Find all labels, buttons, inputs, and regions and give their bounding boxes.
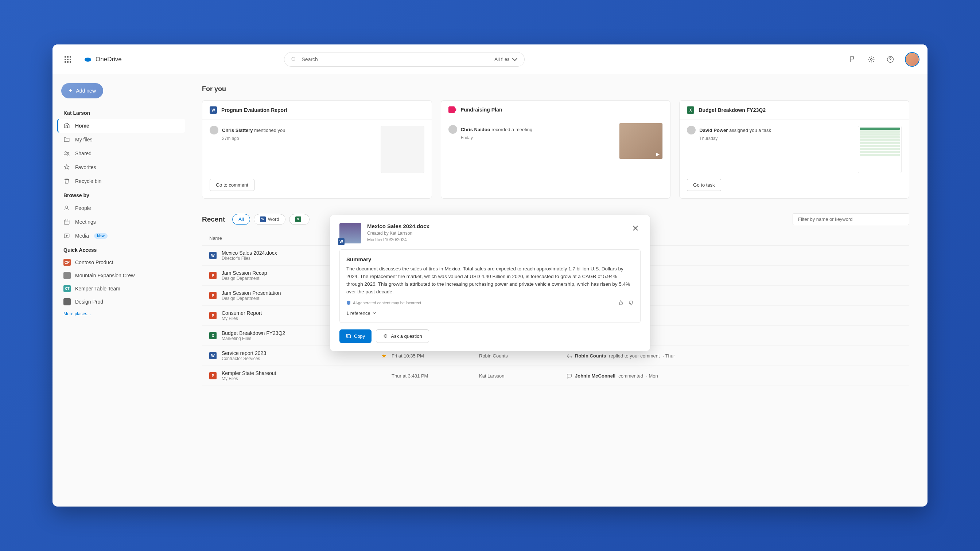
nav-item-home[interactable]: Home xyxy=(57,119,185,133)
card-header: Fundraising Plan xyxy=(441,100,670,119)
search-scope-label: All files xyxy=(495,57,509,62)
ppt-icon: P xyxy=(209,312,216,319)
file-location: Design Department xyxy=(222,296,281,301)
close-button[interactable] xyxy=(630,223,641,233)
nav-item-recycle-bin[interactable]: Recycle bin xyxy=(58,174,185,188)
file-date: Fri at 10:35 PM xyxy=(391,353,479,359)
file-name: Jam Session Recap xyxy=(222,270,267,276)
references-toggle[interactable]: 1 reference xyxy=(346,310,634,316)
quick-access-item[interactable]: CPContoso Product xyxy=(58,256,185,269)
star-icon[interactable]: ★ xyxy=(381,353,387,359)
feedback-buttons xyxy=(618,300,634,305)
shield-icon xyxy=(346,301,351,305)
plus-icon: + xyxy=(68,87,73,95)
quick-access-item[interactable]: Mountain Expansion Crew xyxy=(58,269,185,282)
qa-label: Design Prod xyxy=(75,299,103,305)
file-location: Marketing Files xyxy=(222,336,285,341)
summary-popup: Mexico Sales 2024.docx Created by Kat La… xyxy=(329,214,651,351)
file-activity: Johnie McConnellcommented · Mon xyxy=(566,373,902,379)
for-you-card[interactable]: Fundraising PlanChris Naidoo recorded a … xyxy=(441,100,671,198)
card-action-button[interactable]: Go to task xyxy=(687,179,721,191)
help-icon[interactable] xyxy=(887,56,894,63)
app-launcher-icon[interactable] xyxy=(61,53,75,66)
search-bar[interactable]: All files xyxy=(284,52,525,67)
user-avatar[interactable] xyxy=(905,53,919,66)
card-title: Program Evaluation Report xyxy=(221,107,287,113)
card-title: Fundraising Plan xyxy=(461,107,503,113)
quick-access-item[interactable]: KTKemper Table Team xyxy=(58,282,185,295)
file-location: My Files xyxy=(222,316,262,321)
thumbs-down-icon[interactable] xyxy=(628,300,634,305)
file-name: Kempler State Shareout xyxy=(222,370,276,376)
activity-time: · Mon xyxy=(646,373,658,379)
activity-time: · Thur xyxy=(663,353,675,359)
pill-label: All xyxy=(239,216,243,222)
pill-label: Word xyxy=(268,216,279,222)
copy-label: Copy xyxy=(354,333,365,339)
add-new-button[interactable]: + Add new xyxy=(61,83,103,98)
browse-by-label: Browse by xyxy=(58,192,185,198)
popup-title-group: Mexico Sales 2024.docx Created by Kat La… xyxy=(367,223,625,243)
more-places-link[interactable]: More places... xyxy=(58,308,185,319)
qa-label: Kemper Table Team xyxy=(75,286,120,292)
excel-icon: X xyxy=(687,106,694,114)
search-scope-dropdown[interactable]: All files xyxy=(495,57,517,62)
browse-item-meetings[interactable]: Meetings xyxy=(58,215,185,229)
nav-item-my-files[interactable]: My files xyxy=(58,133,185,146)
card-body: Chris Naidoo recorded a meetingFriday xyxy=(441,119,670,198)
nav-label: Home xyxy=(75,123,89,129)
ask-question-button[interactable]: Ask a question xyxy=(376,329,429,343)
team-icon xyxy=(64,272,71,279)
filter-pill-All[interactable]: All xyxy=(232,214,250,225)
popup-file-thumbnail xyxy=(339,223,361,243)
copy-button[interactable]: Copy xyxy=(339,329,372,343)
file-owner: Robin Counts xyxy=(479,353,566,359)
settings-icon[interactable] xyxy=(868,56,875,63)
popup-body: Summary The document discusses the sales… xyxy=(339,249,641,323)
brand: OneDrive xyxy=(84,56,122,63)
quick-access-label: Quick Access xyxy=(58,247,185,253)
video-thumbnail xyxy=(619,123,663,159)
quick-access-list: CPContoso ProductMountain Expansion Crew… xyxy=(58,256,185,308)
browse-item-media[interactable]: MediaNew xyxy=(58,229,185,243)
close-icon xyxy=(633,225,638,231)
filter-pill-excel[interactable]: X xyxy=(289,214,310,225)
file-date: Thur at 3:481 PM xyxy=(391,373,479,379)
browse-label: Meetings xyxy=(75,219,96,225)
flag-icon[interactable] xyxy=(849,56,856,63)
card-time: 27m ago xyxy=(222,136,375,141)
filter-pill-Word[interactable]: WWord xyxy=(254,214,285,225)
svg-point-0 xyxy=(292,57,295,60)
comment-icon xyxy=(566,373,572,379)
file-name: Jam Session Presentation xyxy=(222,290,281,296)
ai-disclaimer: AI-generated content may be incorrect xyxy=(346,300,634,305)
copy-icon xyxy=(346,333,351,338)
for-you-card[interactable]: XBudget Breakdown FY23Q2David Power assi… xyxy=(679,100,909,198)
onedrive-logo-icon xyxy=(84,57,92,62)
card-body: Chris Slattery mentioned you27m ago xyxy=(202,120,432,179)
filter-input[interactable] xyxy=(792,213,909,225)
file-name: Service report 2023 xyxy=(222,350,266,356)
card-title: Budget Breakdown FY23Q2 xyxy=(698,107,765,113)
card-header: WProgram Evaluation Report xyxy=(202,100,432,120)
file-activity: Robin Countsreplied to your comment · Th… xyxy=(566,353,902,359)
card-action-button[interactable]: Go to comment xyxy=(210,179,255,191)
team-icon xyxy=(64,298,71,305)
file-name: Mexico Sales 2024.docx xyxy=(222,250,277,256)
browse-item-people[interactable]: People xyxy=(58,201,185,215)
search-input[interactable] xyxy=(302,57,490,62)
ppt-icon: P xyxy=(209,272,216,279)
actor-name: Chris Slattery xyxy=(222,127,253,133)
ai-note-text: AI-generated content may be incorrect xyxy=(353,301,421,305)
card-actor: Chris Slattery mentioned you xyxy=(210,126,375,135)
word-icon: W xyxy=(209,252,216,259)
thumbs-up-icon[interactable] xyxy=(618,300,624,305)
for-you-card[interactable]: WProgram Evaluation ReportChris Slattery… xyxy=(202,100,432,198)
card-actor: Chris Naidoo recorded a meeting xyxy=(449,125,614,134)
file-row[interactable]: PKempler State ShareoutMy FilesThur at 3… xyxy=(202,366,909,386)
excel-icon: X xyxy=(209,332,216,339)
nav-item-shared[interactable]: Shared xyxy=(58,146,185,160)
activity-text: replied to your comment xyxy=(609,353,660,359)
quick-access-item[interactable]: Design Prod xyxy=(58,295,185,308)
nav-item-favorites[interactable]: Favorites xyxy=(58,160,185,174)
